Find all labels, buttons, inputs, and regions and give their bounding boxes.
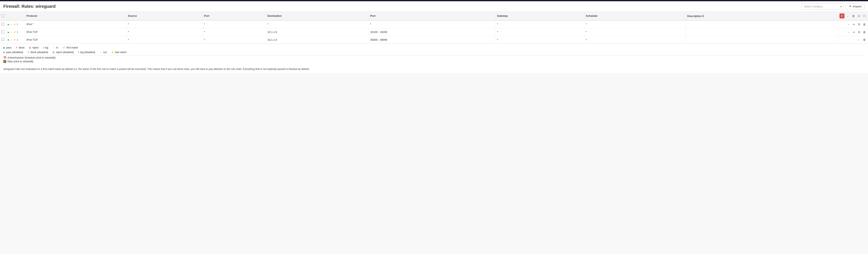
row1-checkbox[interactable] [1,23,4,26]
table-row: ▶ → ⚡ ℹ IPv4 TCP * * 10.1.1.6 16100 - 16… [0,28,868,36]
legend-first-match-label: first match [66,46,78,49]
row3-destination: 10.1.1.6 [266,36,369,44]
col-header-icons [6,12,25,20]
row2-checkbox-cell [0,28,6,36]
legend-pass-disabled: ▶ pass (disabled) [3,51,23,54]
row2-src-port: * [203,28,266,36]
row3-src-port: * [203,36,266,44]
info-icon[interactable]: ℹ [17,31,18,34]
select-all-checkbox[interactable] [1,14,4,17]
legend-lightning-gray-icon: ⚡ [111,51,114,54]
legend-log-disabled: ℹ log (disabled) [78,51,95,54]
category-select[interactable]: Select category [802,3,844,9]
legend-block-disabled-label: block (disabled) [30,51,48,54]
legend-reject-disabled-label: reject (disabled) [56,51,74,54]
inspect-button[interactable]: 👁 Inspect [846,3,865,9]
row1-src-port: * [203,20,266,28]
row1-edit-button[interactable]: ✏ [852,22,856,27]
legend-log-disabled-label: log (disabled) [80,51,95,54]
row2-checkbox[interactable] [1,30,4,33]
row1-delete-button[interactable]: 🗑 [862,22,867,27]
legend-arrow-blue-icon: → [53,46,55,49]
row2-delete-button[interactable]: 🗑 [862,30,867,34]
table-row: ▶ → ⚡ ℹ IPv4 TCP * * 10.1.1.6 30000 - 39… [0,36,868,44]
row2-back-button[interactable]: ← [846,30,851,34]
row3-checkbox-cell [0,36,6,44]
header-delete-button[interactable]: 🗑 [851,14,856,18]
legend-x-red-icon: ✕ [16,46,18,49]
legend-lightning-orange-icon: ⚡ [62,46,65,49]
row2-edit-button[interactable]: ✏ [852,30,856,34]
row2-description [686,28,838,36]
col-header-description: Description ℹ [686,12,838,20]
legend-reject: ⊗ reject [29,46,38,49]
col-header-destination: Destination [266,12,369,20]
row1-dest-port: * [369,20,496,28]
info-icon[interactable]: ℹ [17,38,18,41]
info-text: wireguard rules are evaluated on a first… [0,65,868,73]
row2-dest-port: 16100 - 16200 [369,28,496,36]
lightning-icon: ⚡ [13,23,16,26]
inspect-label: Inspect [853,5,862,8]
alias-icon [3,60,6,63]
col-header-dest-port: Port [369,12,496,20]
row1-schedule: * [584,20,686,28]
legend-block-label: block [19,46,25,49]
row3-back-button[interactable]: ← [856,37,861,42]
row2-gateway: * [496,28,584,36]
col-header-gateway: Gateway [496,12,584,20]
col-header-src-port: Port [203,12,266,20]
row3-delete-button[interactable]: 🗑 [862,37,867,42]
row1-gateway: * [496,20,584,28]
legend-block-disabled: ✕ block (disabled) [27,51,48,54]
add-rule-button[interactable]: + [839,13,844,19]
page-title: Firewall: Rules: wireguard [3,4,56,9]
content: Protocol Source Port Destination Port Ga… [0,12,868,73]
legend-row-1: ▶ pass ✕ block ⊗ reject ℹ log → in ⚡ fir… [3,46,865,49]
category-select-wrapper: Select category [802,3,844,9]
legend-reject-red-icon: ⊗ [29,46,31,49]
header-copy-button[interactable]: ☐ [862,14,867,18]
info-icon[interactable]: ℹ [17,23,18,26]
row2-protocol: IPv4 TCP [25,28,127,36]
row1-checkbox-cell [0,20,6,28]
header-back-button[interactable]: ← [845,14,850,18]
legend-log: ℹ log [43,46,48,49]
row3-actions: ← 🗑 [838,36,868,44]
legend-out-label: out [103,51,107,54]
row1-copy-button[interactable]: ⧉ [857,22,861,27]
lightning-icon: ⚡ [13,38,16,41]
col-header-source: Source [127,12,203,20]
row3-protocol: IPv4 TCP [25,36,127,44]
row1-destination: * [266,20,369,28]
lightning-icon: ⚡ [13,31,16,34]
legend-last-match-label: last match [115,51,127,54]
legend-schedule[interactable]: 📅 Active/Inactive Schedule (click to vie… [3,56,865,59]
col-header-actions: + ← 🗑 ☑ ☐ [838,12,868,20]
row2-copy-button[interactable]: ⧉ [857,30,861,34]
row1-protocol: IPv4 * [25,20,127,28]
play-icon: ▶ [8,39,9,41]
header-check-button[interactable]: ☑ [857,14,861,18]
eye-icon: 👁 [849,5,851,8]
legend-first-match: ⚡ first match [62,46,78,49]
row3-dest-port: 30000 - 39999 [369,36,496,44]
row2-source: * [127,28,203,36]
legend-pass: ▶ pass [3,46,11,49]
legend-play-gray-icon: ▶ [3,51,5,54]
legend-alias[interactable]: Alias (click to view/edit) [3,60,865,63]
row3-gateway: * [496,36,584,44]
header-right: Select category 👁 Inspect [802,3,865,9]
play-icon: ▶ [8,23,9,26]
legend-pass-disabled-label: pass (disabled) [6,51,23,54]
row1-actions: ← ✏ ⧉ 🗑 [838,20,868,28]
row1-source: * [127,20,203,28]
row2-icons-cell: ▶ → ⚡ ℹ [6,28,25,36]
row1-back-button[interactable]: ← [846,22,851,27]
legend-in-label: in [56,46,58,49]
legend-block: ✕ block [16,46,25,49]
legend-reject-disabled: ⊗ reject (disabled) [52,51,74,54]
legend-section: ▶ pass ✕ block ⊗ reject ℹ log → in ⚡ fir… [0,44,868,65]
arrow-icon: → [10,31,12,34]
row3-checkbox[interactable] [1,38,4,41]
